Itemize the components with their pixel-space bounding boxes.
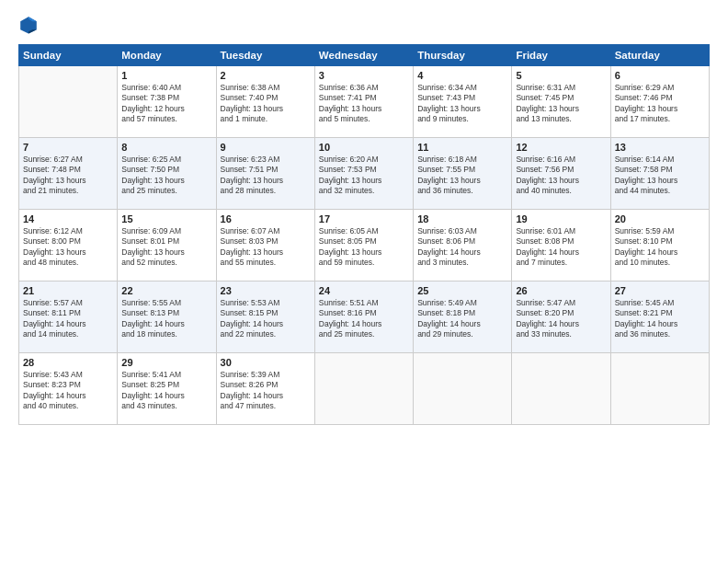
day-number: 4 <box>417 70 507 81</box>
day-cell: 8Sunrise: 6:25 AM Sunset: 7:50 PM Daylig… <box>118 138 216 210</box>
day-number: 14 <box>23 213 113 224</box>
day-number: 10 <box>319 142 409 153</box>
col-header-saturday: Saturday <box>610 45 709 66</box>
day-cell: 7Sunrise: 6:27 AM Sunset: 7:48 PM Daylig… <box>19 138 118 210</box>
day-info: Sunrise: 6:34 AM Sunset: 7:43 PM Dayligh… <box>417 83 507 125</box>
day-cell: 4Sunrise: 6:34 AM Sunset: 7:43 PM Daylig… <box>414 66 512 138</box>
day-number: 11 <box>417 142 507 153</box>
day-cell: 19Sunrise: 6:01 AM Sunset: 8:08 PM Dayli… <box>512 210 610 282</box>
day-info: Sunrise: 5:47 AM Sunset: 8:20 PM Dayligh… <box>516 298 606 340</box>
day-number: 18 <box>417 213 507 224</box>
day-cell: 13Sunrise: 6:14 AM Sunset: 7:58 PM Dayli… <box>610 138 709 210</box>
day-cell: 23Sunrise: 5:53 AM Sunset: 8:15 PM Dayli… <box>216 282 314 353</box>
day-number: 21 <box>23 285 113 296</box>
day-number: 23 <box>221 285 311 296</box>
day-number: 13 <box>615 142 705 153</box>
day-cell: 6Sunrise: 6:29 AM Sunset: 7:46 PM Daylig… <box>610 66 709 138</box>
day-cell: 28Sunrise: 5:43 AM Sunset: 8:23 PM Dayli… <box>19 353 118 425</box>
week-row-2: 14Sunrise: 6:12 AM Sunset: 8:00 PM Dayli… <box>19 210 710 282</box>
day-cell: 25Sunrise: 5:49 AM Sunset: 8:18 PM Dayli… <box>414 282 512 353</box>
day-cell: 30Sunrise: 5:39 AM Sunset: 8:26 PM Dayli… <box>216 353 314 425</box>
header-row: SundayMondayTuesdayWednesdayThursdayFrid… <box>19 45 710 66</box>
day-cell <box>19 66 118 138</box>
day-cell: 27Sunrise: 5:45 AM Sunset: 8:21 PM Dayli… <box>610 282 709 353</box>
day-info: Sunrise: 6:38 AM Sunset: 7:40 PM Dayligh… <box>221 83 311 125</box>
col-header-thursday: Thursday <box>414 45 512 66</box>
week-row-3: 21Sunrise: 5:57 AM Sunset: 8:11 PM Dayli… <box>19 282 710 353</box>
day-number: 22 <box>121 285 211 296</box>
day-number: 15 <box>121 213 211 224</box>
day-cell: 22Sunrise: 5:55 AM Sunset: 8:13 PM Dayli… <box>118 282 216 353</box>
page: SundayMondayTuesdayWednesdayThursdayFrid… <box>0 0 728 563</box>
week-row-4: 28Sunrise: 5:43 AM Sunset: 8:23 PM Dayli… <box>19 353 710 425</box>
day-info: Sunrise: 6:40 AM Sunset: 7:38 PM Dayligh… <box>121 83 211 125</box>
day-cell: 29Sunrise: 5:41 AM Sunset: 8:25 PM Dayli… <box>118 353 216 425</box>
day-number: 12 <box>516 142 606 153</box>
day-info: Sunrise: 5:39 AM Sunset: 8:26 PM Dayligh… <box>221 370 311 412</box>
day-info: Sunrise: 6:09 AM Sunset: 8:01 PM Dayligh… <box>121 226 211 269</box>
day-cell: 1Sunrise: 6:40 AM Sunset: 7:38 PM Daylig… <box>118 66 216 138</box>
day-cell: 11Sunrise: 6:18 AM Sunset: 7:55 PM Dayli… <box>414 138 512 210</box>
week-row-0: 1Sunrise: 6:40 AM Sunset: 7:38 PM Daylig… <box>19 66 710 138</box>
day-info: Sunrise: 6:25 AM Sunset: 7:50 PM Dayligh… <box>121 155 211 197</box>
col-header-friday: Friday <box>512 45 610 66</box>
day-info: Sunrise: 6:14 AM Sunset: 7:58 PM Dayligh… <box>615 155 705 197</box>
day-info: Sunrise: 6:20 AM Sunset: 7:53 PM Dayligh… <box>319 155 409 197</box>
day-cell: 16Sunrise: 6:07 AM Sunset: 8:03 PM Dayli… <box>216 210 314 282</box>
day-number: 28 <box>23 357 113 368</box>
day-number: 2 <box>221 70 311 81</box>
day-number: 3 <box>319 70 409 81</box>
logo-icon <box>18 15 39 35</box>
svg-marker-0 <box>20 17 37 33</box>
day-number: 30 <box>221 357 311 368</box>
day-cell: 12Sunrise: 6:16 AM Sunset: 7:56 PM Dayli… <box>512 138 610 210</box>
day-number: 29 <box>121 357 211 368</box>
day-info: Sunrise: 5:41 AM Sunset: 8:25 PM Dayligh… <box>121 370 211 412</box>
day-cell: 5Sunrise: 6:31 AM Sunset: 7:45 PM Daylig… <box>512 66 610 138</box>
day-info: Sunrise: 6:27 AM Sunset: 7:48 PM Dayligh… <box>23 155 113 197</box>
day-info: Sunrise: 6:07 AM Sunset: 8:03 PM Dayligh… <box>221 226 311 269</box>
day-cell: 2Sunrise: 6:38 AM Sunset: 7:40 PM Daylig… <box>216 66 314 138</box>
day-info: Sunrise: 6:12 AM Sunset: 8:00 PM Dayligh… <box>23 226 113 269</box>
day-info: Sunrise: 5:55 AM Sunset: 8:13 PM Dayligh… <box>121 298 211 340</box>
day-info: Sunrise: 6:03 AM Sunset: 8:06 PM Dayligh… <box>417 226 507 269</box>
day-info: Sunrise: 6:29 AM Sunset: 7:46 PM Dayligh… <box>615 83 705 125</box>
day-number: 5 <box>516 70 606 81</box>
day-number: 7 <box>23 142 113 153</box>
day-info: Sunrise: 5:57 AM Sunset: 8:11 PM Dayligh… <box>23 298 113 340</box>
day-info: Sunrise: 6:23 AM Sunset: 7:51 PM Dayligh… <box>221 155 311 197</box>
day-cell: 14Sunrise: 6:12 AM Sunset: 8:00 PM Dayli… <box>19 210 118 282</box>
day-cell: 10Sunrise: 6:20 AM Sunset: 7:53 PM Dayli… <box>314 138 413 210</box>
day-info: Sunrise: 5:49 AM Sunset: 8:18 PM Dayligh… <box>417 298 507 340</box>
day-cell: 15Sunrise: 6:09 AM Sunset: 8:01 PM Dayli… <box>118 210 216 282</box>
day-info: Sunrise: 6:36 AM Sunset: 7:41 PM Dayligh… <box>319 83 409 125</box>
day-cell <box>512 353 610 425</box>
day-number: 1 <box>121 70 211 81</box>
day-number: 26 <box>516 285 606 296</box>
day-number: 6 <box>615 70 705 81</box>
day-number: 27 <box>615 285 705 296</box>
day-cell: 3Sunrise: 6:36 AM Sunset: 7:41 PM Daylig… <box>314 66 413 138</box>
day-number: 8 <box>121 142 211 153</box>
logo <box>18 15 42 35</box>
day-cell: 26Sunrise: 5:47 AM Sunset: 8:20 PM Dayli… <box>512 282 610 353</box>
col-header-sunday: Sunday <box>19 45 118 66</box>
col-header-wednesday: Wednesday <box>314 45 413 66</box>
day-info: Sunrise: 5:51 AM Sunset: 8:16 PM Dayligh… <box>319 298 409 340</box>
day-cell <box>610 353 709 425</box>
day-info: Sunrise: 6:01 AM Sunset: 8:08 PM Dayligh… <box>516 226 606 269</box>
col-header-tuesday: Tuesday <box>216 45 314 66</box>
day-info: Sunrise: 6:16 AM Sunset: 7:56 PM Dayligh… <box>516 155 606 197</box>
day-number: 20 <box>615 213 705 224</box>
day-cell: 17Sunrise: 6:05 AM Sunset: 8:05 PM Dayli… <box>314 210 413 282</box>
day-info: Sunrise: 6:18 AM Sunset: 7:55 PM Dayligh… <box>417 155 507 197</box>
day-cell: 18Sunrise: 6:03 AM Sunset: 8:06 PM Dayli… <box>414 210 512 282</box>
day-cell: 9Sunrise: 6:23 AM Sunset: 7:51 PM Daylig… <box>216 138 314 210</box>
day-cell <box>414 353 512 425</box>
day-number: 17 <box>319 213 409 224</box>
day-info: Sunrise: 6:31 AM Sunset: 7:45 PM Dayligh… <box>516 83 606 125</box>
col-header-monday: Monday <box>118 45 216 66</box>
day-info: Sunrise: 5:59 AM Sunset: 8:10 PM Dayligh… <box>615 226 705 269</box>
day-info: Sunrise: 5:45 AM Sunset: 8:21 PM Dayligh… <box>615 298 705 340</box>
day-info: Sunrise: 6:05 AM Sunset: 8:05 PM Dayligh… <box>319 226 409 269</box>
